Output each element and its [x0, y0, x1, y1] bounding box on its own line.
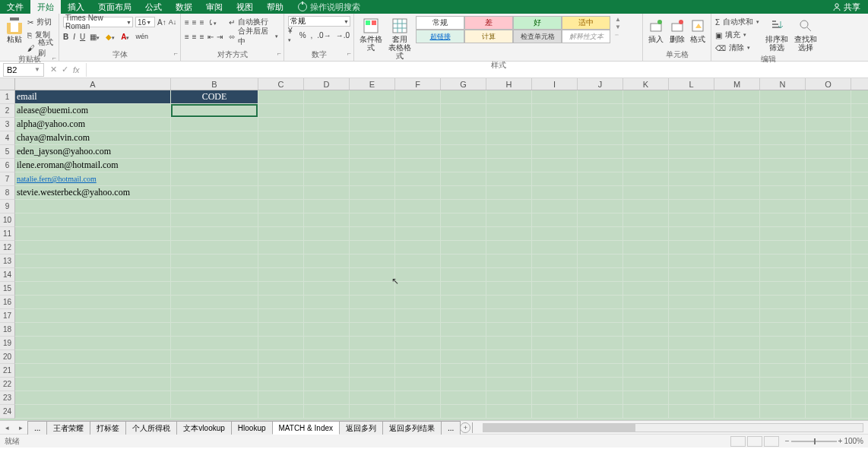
cell-H20[interactable]: [486, 350, 532, 364]
cell-D14[interactable]: [304, 268, 350, 282]
style-bad[interactable]: 差: [464, 16, 513, 30]
cell-B23[interactable]: [171, 391, 258, 405]
cell-C4[interactable]: [258, 131, 304, 145]
cell-N12[interactable]: [760, 241, 806, 255]
cell-M17[interactable]: [714, 309, 760, 323]
cell-L4[interactable]: [669, 131, 714, 145]
font-size-select[interactable]: 16▼: [135, 17, 155, 27]
cell-M21[interactable]: [714, 364, 760, 378]
cell-L15[interactable]: [669, 282, 714, 296]
view-break-icon[interactable]: [764, 436, 779, 447]
cell-K12[interactable]: [623, 241, 669, 255]
cell-J10[interactable]: [578, 213, 623, 227]
row-header-9[interactable]: 9: [0, 200, 15, 213]
cell-P18[interactable]: [851, 323, 868, 337]
cell-O10[interactable]: [806, 213, 851, 227]
cell-C5[interactable]: [258, 145, 304, 159]
cell-B8[interactable]: [171, 186, 258, 200]
cell-E14[interactable]: [350, 268, 395, 282]
cell-M7[interactable]: [714, 172, 760, 186]
cell-N2[interactable]: [760, 104, 806, 118]
cell-J14[interactable]: [578, 268, 623, 282]
fontcolor-button[interactable]: A▾: [121, 33, 131, 41]
cell-J24[interactable]: [578, 405, 623, 419]
cell-M4[interactable]: [714, 131, 760, 145]
percent-icon[interactable]: %: [299, 31, 306, 40]
cell-I10[interactable]: [532, 213, 578, 227]
cell-G14[interactable]: [441, 268, 486, 282]
cell-J6[interactable]: [578, 159, 623, 172]
cell-G16[interactable]: [441, 296, 486, 309]
cell-G21[interactable]: [441, 364, 486, 378]
cell-I8[interactable]: [532, 186, 578, 200]
cell-F21[interactable]: [395, 364, 441, 378]
cell-G1[interactable]: [441, 90, 486, 104]
cell-O20[interactable]: [806, 350, 851, 364]
cell-F8[interactable]: [395, 186, 441, 200]
cell-I21[interactable]: [532, 364, 578, 378]
menu-data[interactable]: 数据: [169, 0, 199, 14]
style-up-icon[interactable]: ▲: [615, 16, 621, 23]
cell-I16[interactable]: [532, 296, 578, 309]
cell-F11[interactable]: [395, 227, 441, 241]
cell-H16[interactable]: [486, 296, 532, 309]
cell-A10[interactable]: [15, 213, 171, 227]
cell-B6[interactable]: [171, 159, 258, 172]
cell-M10[interactable]: [714, 213, 760, 227]
cell-P21[interactable]: [851, 364, 868, 378]
cell-H3[interactable]: [486, 118, 532, 131]
cell-I19[interactable]: [532, 337, 578, 350]
cell-L20[interactable]: [669, 350, 714, 364]
cell-B20[interactable]: [171, 350, 258, 364]
zoom-in-icon[interactable]: +: [838, 437, 843, 445]
cell-J15[interactable]: [578, 282, 623, 296]
cell-I23[interactable]: [532, 391, 578, 405]
cell-O3[interactable]: [806, 118, 851, 131]
cell-H19[interactable]: [486, 337, 532, 350]
cell-D4[interactable]: [304, 131, 350, 145]
fx-icon[interactable]: fx: [73, 65, 80, 74]
row-header-20[interactable]: 20: [0, 350, 15, 364]
cell-A11[interactable]: [15, 227, 171, 241]
cell-N8[interactable]: [760, 186, 806, 200]
cell-F10[interactable]: [395, 213, 441, 227]
cell-K2[interactable]: [623, 104, 669, 118]
cell-G19[interactable]: [441, 337, 486, 350]
cell-B12[interactable]: [171, 241, 258, 255]
sheet-ellipsis[interactable]: ...: [27, 421, 47, 435]
cell-J2[interactable]: [578, 104, 623, 118]
cell-A16[interactable]: [15, 296, 171, 309]
cell-J5[interactable]: [578, 145, 623, 159]
cell-E22[interactable]: [350, 378, 395, 391]
menu-file[interactable]: 文件: [0, 0, 30, 14]
cell-C22[interactable]: [258, 378, 304, 391]
cell-B21[interactable]: [171, 364, 258, 378]
cell-D20[interactable]: [304, 350, 350, 364]
cell-O15[interactable]: [806, 282, 851, 296]
cell-K13[interactable]: [623, 255, 669, 268]
cell-D9[interactable]: [304, 200, 350, 213]
row-header-7[interactable]: 7: [0, 172, 15, 186]
cell-L19[interactable]: [669, 337, 714, 350]
select-all-corner[interactable]: [0, 78, 15, 90]
cell-C2[interactable]: [258, 104, 304, 118]
cell-J22[interactable]: [578, 378, 623, 391]
style-link[interactable]: 超链接: [416, 30, 464, 43]
cell-M1[interactable]: [714, 90, 760, 104]
cell-P10[interactable]: [851, 213, 868, 227]
cell-H15[interactable]: [486, 282, 532, 296]
cell-P5[interactable]: [851, 145, 868, 159]
cell-L7[interactable]: [669, 172, 714, 186]
col-header-G[interactable]: G: [441, 78, 486, 90]
italic-button[interactable]: I: [73, 33, 75, 41]
cell-E16[interactable]: [350, 296, 395, 309]
cell-G10[interactable]: [441, 213, 486, 227]
cell-I13[interactable]: [532, 255, 578, 268]
border-button[interactable]: ▦▾: [90, 33, 101, 41]
cell-M19[interactable]: [714, 337, 760, 350]
cell-I1[interactable]: [532, 90, 578, 104]
row-header-21[interactable]: 21: [0, 364, 15, 378]
cell-I9[interactable]: [532, 200, 578, 213]
cell-C6[interactable]: [258, 159, 304, 172]
cell-L6[interactable]: [669, 159, 714, 172]
